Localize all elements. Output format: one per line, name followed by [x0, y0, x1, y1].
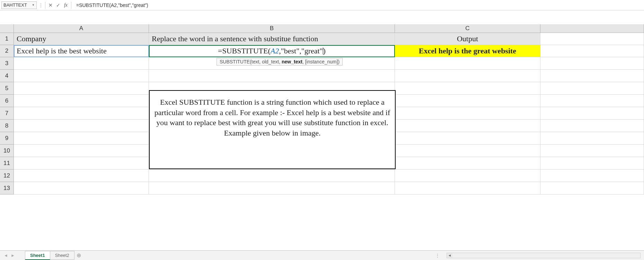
- spreadsheet-grid: A B C 1 Company Replace the word in a se…: [0, 24, 644, 194]
- select-all-corner[interactable]: [0, 24, 14, 33]
- horizontal-scrollbar[interactable]: ◄: [447, 253, 641, 258]
- cell[interactable]: [540, 157, 644, 170]
- cell-b2-editing[interactable]: =SUBSTITUTE(A2,"best","great"): [149, 45, 395, 57]
- table-row: 4: [0, 70, 644, 82]
- cell[interactable]: [540, 82, 644, 95]
- cell[interactable]: [395, 107, 540, 120]
- formula-input[interactable]: [73, 1, 643, 9]
- cell[interactable]: [14, 170, 149, 182]
- add-sheet-button[interactable]: ⊕: [75, 252, 83, 259]
- chevron-down-icon[interactable]: ▼: [32, 3, 35, 7]
- column-header-d[interactable]: [540, 24, 644, 33]
- cell[interactable]: [14, 132, 149, 145]
- cell-d2[interactable]: [540, 45, 644, 57]
- row-header-12[interactable]: 12: [0, 170, 14, 182]
- cell-c2[interactable]: Excel help is the great website: [395, 45, 540, 57]
- cell[interactable]: [540, 132, 644, 145]
- name-box-value: BAHTTEXT: [3, 2, 27, 8]
- cell[interactable]: [395, 182, 540, 194]
- cell[interactable]: [14, 145, 149, 157]
- close-icon: ✕: [48, 2, 53, 8]
- cell-d1[interactable]: [540, 33, 644, 45]
- cell[interactable]: [14, 157, 149, 170]
- cell[interactable]: [540, 120, 644, 132]
- cell[interactable]: [540, 70, 644, 82]
- cell[interactable]: [14, 70, 149, 82]
- fx-icon: fx: [64, 2, 68, 8]
- cell[interactable]: [149, 182, 395, 194]
- row-header-2[interactable]: 2: [0, 45, 14, 57]
- cell[interactable]: [14, 57, 149, 70]
- cell[interactable]: [395, 70, 540, 82]
- cell-c1[interactable]: Output: [395, 33, 540, 45]
- separator: [45, 2, 45, 9]
- cell[interactable]: [14, 182, 149, 194]
- description-textbox[interactable]: Excel SUBSTITUTE function is a string fu…: [149, 90, 396, 169]
- drag-handle-icon[interactable]: ⋮: [435, 253, 440, 258]
- cell[interactable]: [14, 107, 149, 120]
- enter-button[interactable]: ✓: [54, 1, 62, 9]
- prev-sheet-button[interactable]: ◄: [3, 252, 9, 259]
- column-header-b[interactable]: B: [149, 24, 395, 33]
- cell[interactable]: [540, 107, 644, 120]
- cell[interactable]: [540, 57, 644, 70]
- table-row: 12: [0, 170, 644, 182]
- name-box[interactable]: BAHTTEXT ▼: [1, 1, 37, 9]
- row-header-3[interactable]: 3: [0, 57, 14, 70]
- sheet-tab-active[interactable]: Sheet1: [25, 251, 50, 260]
- row-header-1[interactable]: 1: [0, 33, 14, 45]
- cell[interactable]: [14, 120, 149, 132]
- cell[interactable]: [395, 132, 540, 145]
- row-header-8[interactable]: 8: [0, 120, 14, 132]
- cell[interactable]: [149, 70, 395, 82]
- scroll-left-button[interactable]: ◄: [447, 253, 452, 258]
- more-icon: ⋮: [39, 3, 43, 8]
- sheet-tabs-bar: ◄ ► Sheet1 Sheet2 ⊕ ⋮ ◄: [0, 250, 644, 260]
- cell[interactable]: [395, 157, 540, 170]
- cell[interactable]: [540, 95, 644, 107]
- column-header-c[interactable]: C: [395, 24, 540, 33]
- cell-b1[interactable]: Replace the word in a sentence with subs…: [149, 33, 395, 45]
- row-header-6[interactable]: 6: [0, 95, 14, 107]
- row-header-5[interactable]: 5: [0, 82, 14, 95]
- column-header-a[interactable]: A: [14, 24, 149, 33]
- cell[interactable]: [395, 145, 540, 157]
- separator: [71, 2, 71, 9]
- table-row: 1 Company Replace the word in a sentence…: [0, 33, 644, 45]
- cell[interactable]: [395, 120, 540, 132]
- cell[interactable]: [149, 170, 395, 182]
- cell[interactable]: [395, 170, 540, 182]
- next-sheet-button[interactable]: ►: [10, 252, 16, 259]
- row-header-4[interactable]: 4: [0, 70, 14, 82]
- row-header-10[interactable]: 10: [0, 145, 14, 157]
- row-header-9[interactable]: 9: [0, 132, 14, 145]
- cell[interactable]: [540, 182, 644, 194]
- table-row: 2 Excel help is the best website =SUBSTI…: [0, 45, 644, 57]
- row-header-7[interactable]: 7: [0, 107, 14, 120]
- formula-bar: BAHTTEXT ▼ ⋮ ✕ ✓ fx: [0, 0, 644, 10]
- check-icon: ✓: [56, 2, 60, 8]
- cell[interactable]: [540, 145, 644, 157]
- cell-a1[interactable]: Company: [14, 33, 149, 45]
- function-tooltip: SUBSTITUTE(text, old_text, new_text, [in…: [217, 58, 343, 66]
- insert-function-button[interactable]: fx: [62, 1, 70, 9]
- cell[interactable]: [14, 95, 149, 107]
- cell-a2[interactable]: Excel help is the best website: [14, 45, 149, 57]
- spacer: [0, 10, 644, 24]
- table-row: 13: [0, 182, 644, 194]
- cancel-button[interactable]: ✕: [47, 1, 54, 9]
- sheet-tab-inactive[interactable]: Sheet2: [50, 251, 74, 260]
- cell[interactable]: [395, 57, 540, 70]
- plus-icon: ⊕: [77, 252, 81, 259]
- row-header-11[interactable]: 11: [0, 157, 14, 170]
- cell[interactable]: [395, 95, 540, 107]
- cell[interactable]: [395, 82, 540, 95]
- cell[interactable]: [14, 82, 149, 95]
- column-headers: A B C: [0, 24, 644, 33]
- row-header-13[interactable]: 13: [0, 182, 14, 194]
- cell[interactable]: [540, 170, 644, 182]
